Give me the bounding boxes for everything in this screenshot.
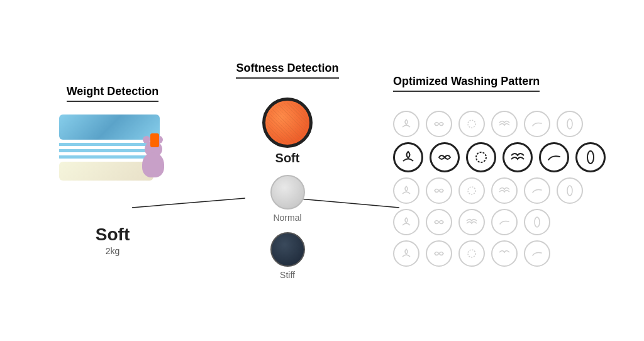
softness-item-stiff: Stiff bbox=[270, 232, 305, 280]
laundry-image bbox=[56, 115, 169, 215]
wash-icon-2-3 bbox=[466, 142, 496, 172]
washing-row-1 bbox=[393, 111, 606, 137]
washing-grid bbox=[393, 111, 606, 267]
weight-section: Weight Detection Soft 2kg bbox=[43, 85, 182, 256]
wash-icon-4-4 bbox=[491, 209, 518, 235]
wash-icon-5-2 bbox=[426, 240, 452, 267]
wash-icon-5-5 bbox=[524, 240, 550, 267]
wash-icon-5-1 bbox=[393, 240, 419, 267]
normal-circle bbox=[270, 175, 305, 210]
stiff-circle bbox=[270, 232, 305, 267]
wash-icon-1-1 bbox=[393, 111, 419, 137]
weight-section-title: Weight Detection bbox=[67, 85, 159, 102]
softness-item-normal: Normal bbox=[270, 175, 305, 223]
stiff-label: Stiff bbox=[280, 270, 295, 280]
washing-section-title: Optimized Washing Pattern bbox=[393, 75, 540, 92]
washing-row-3 bbox=[393, 177, 606, 204]
weight-value: 2kg bbox=[106, 246, 120, 256]
wash-icon-4-1 bbox=[393, 209, 419, 235]
softness-section-title: Softness Detection bbox=[236, 62, 338, 79]
soft-circle bbox=[262, 98, 313, 148]
wash-icon-4-2 bbox=[426, 209, 452, 235]
wash-icon-5-3 bbox=[458, 240, 485, 267]
wash-icon-2-1 bbox=[393, 142, 423, 172]
svg-point-5 bbox=[587, 151, 594, 164]
orange-clip bbox=[150, 133, 159, 147]
wash-icon-3-1 bbox=[393, 177, 419, 204]
svg-point-8 bbox=[535, 217, 540, 227]
main-container: Weight Detection Soft 2kg Softness Detec… bbox=[0, 0, 644, 341]
soft-label: Soft bbox=[275, 151, 300, 165]
softness-section: Softness Detection Soft Normal Stiff bbox=[231, 62, 344, 280]
wash-icon-3-2 bbox=[426, 177, 452, 204]
laundry-pile bbox=[59, 115, 166, 190]
wash-icon-1-4 bbox=[491, 111, 518, 137]
wash-icon-3-5 bbox=[524, 177, 550, 204]
wash-icon-3-3 bbox=[458, 177, 485, 204]
wash-icon-1-2 bbox=[426, 111, 452, 137]
teddy-bear bbox=[135, 133, 172, 177]
wash-icon-4-5 bbox=[524, 209, 550, 235]
wash-icon-1-5 bbox=[524, 111, 550, 137]
wash-icon-3-4 bbox=[491, 177, 518, 204]
wash-icon-1-3 bbox=[458, 111, 485, 137]
weight-softness-label: Soft bbox=[96, 225, 130, 245]
wash-icon-2-6 bbox=[575, 142, 606, 172]
svg-point-2 bbox=[468, 120, 475, 128]
svg-point-9 bbox=[468, 250, 475, 257]
wash-icon-1-6 bbox=[557, 111, 583, 137]
washing-row-2 bbox=[393, 142, 606, 172]
wash-icon-3-6 bbox=[557, 177, 583, 204]
softness-item-soft: Soft bbox=[262, 98, 313, 165]
softness-circles: Soft Normal Stiff bbox=[262, 98, 313, 280]
wash-icon-2-2 bbox=[430, 142, 460, 172]
bear-body bbox=[142, 152, 164, 177]
svg-point-6 bbox=[468, 187, 475, 194]
svg-point-4 bbox=[476, 152, 486, 162]
wash-icon-4-3 bbox=[458, 209, 485, 235]
normal-label: Normal bbox=[273, 213, 301, 223]
wash-icon-5-4 bbox=[491, 240, 518, 267]
washing-section: Optimized Washing Pattern bbox=[393, 75, 601, 267]
wash-icon-2-4 bbox=[502, 142, 533, 172]
svg-point-7 bbox=[567, 186, 572, 196]
washing-row-5 bbox=[393, 240, 606, 267]
svg-point-3 bbox=[567, 119, 572, 129]
washing-row-4 bbox=[393, 209, 606, 235]
wash-icon-2-5 bbox=[539, 142, 569, 172]
